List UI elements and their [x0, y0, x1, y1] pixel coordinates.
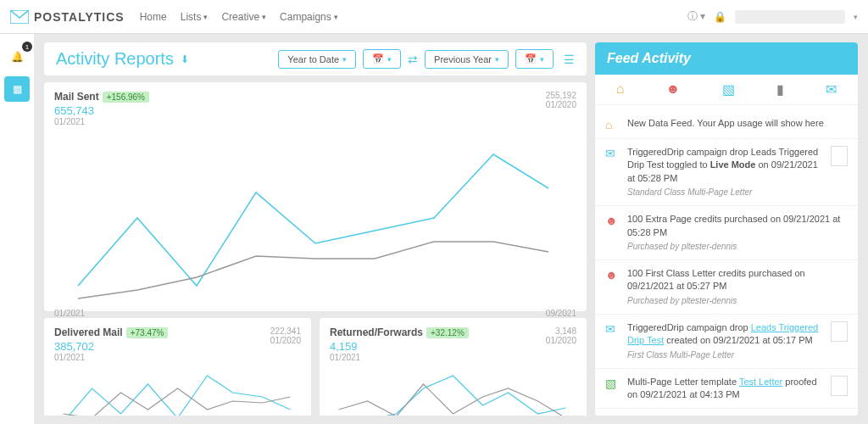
date-select-1[interactable]: 📅▾ — [363, 49, 401, 69]
card-date: 01/2021 — [54, 117, 149, 126]
badge: 1 — [22, 42, 32, 52]
feed-item: ✉TriggeredDrip campaign drop Leads Trigg… — [595, 139, 858, 206]
feed-item: ▧Multi-Page Letter template Test Letter … — [595, 369, 858, 410]
tab-user-icon[interactable]: ☻ — [666, 81, 681, 98]
download-icon[interactable]: ⬇ — [181, 53, 189, 65]
help-icon[interactable]: ⓘ ▾ — [687, 9, 705, 24]
user-menu[interactable] — [735, 10, 845, 24]
user-icon: ☻ — [605, 268, 619, 282]
user-icon[interactable]: 🔒 — [714, 11, 726, 23]
tab-image-icon[interactable]: ▧ — [722, 81, 735, 98]
caret-icon: ▾ — [854, 13, 858, 21]
feed-item: ☻100 First Class Letter credits purchase… — [595, 260, 858, 315]
line-chart — [330, 367, 576, 416]
line-chart — [54, 367, 301, 416]
tab-mail-icon[interactable]: ✉ — [826, 81, 837, 98]
percent-badge: +156.96% — [103, 92, 149, 103]
delivered-card: Delivered Mail+73.47% 385,702 01/2021 22… — [44, 318, 311, 416]
nav-home[interactable]: Home — [140, 11, 167, 23]
date-select-2[interactable]: 📅▾ — [515, 49, 554, 69]
report-header: Activity Reports ⬇ Year to Date▾ 📅▾ ⇄ Pr… — [44, 42, 587, 75]
mail-icon: ✉ — [605, 147, 619, 160]
card-value: 655,743 — [54, 104, 149, 117]
line-chart — [54, 133, 576, 303]
compare-value: 255,192 — [546, 91, 576, 100]
feed-text: 100 First Class Letter credits purchased… — [627, 267, 848, 307]
nav-campaigns[interactable]: Campaigns▾ — [280, 11, 338, 23]
thumbnail — [831, 321, 848, 342]
feed-item: ⌂New Data Feed. Your App usage will show… — [595, 110, 858, 139]
percent-badge: +32.12% — [426, 327, 469, 338]
feed-item: ▧Multi-Page Letter template Test Letter … — [595, 409, 858, 416]
home-icon: ⌂ — [605, 118, 619, 131]
mail-icon: ✉ — [605, 322, 619, 336]
feed-item: ✉TriggeredDrip campaign drop Leads Trigg… — [595, 315, 858, 369]
card-title: Delivered Mail — [54, 326, 123, 338]
caret-icon: ▾ — [203, 13, 208, 21]
feed-text: 100 Extra Page credits purchased on 09/2… — [627, 213, 848, 253]
returned-card: Returned/Forwards+32.12% 4,159 01/2021 3… — [320, 318, 587, 416]
feed-text: New Data Feed. Your App usage will show … — [627, 117, 848, 130]
mail-sent-card: Mail Sent+156.96% 655,743 01/2021 255,19… — [44, 82, 587, 311]
caret-icon: ▾ — [334, 13, 338, 21]
top-nav: POSTALYTICS Home Lists▾ Creative▾ Campai… — [0, 0, 868, 34]
range-select-1[interactable]: Year to Date▾ — [278, 50, 356, 69]
percent-badge: +73.47% — [126, 327, 169, 338]
page-title: Activity Reports — [56, 49, 174, 69]
card-date: 01/2021 — [54, 353, 168, 362]
feed-title: Feed Activity — [595, 42, 858, 75]
nav-right: ⓘ ▾ 🔒 ▾ — [687, 9, 858, 24]
nav-links: Home Lists▾ Creative▾ Campaigns▾ — [140, 11, 338, 23]
feed-text: Multi-Page Letter template Test Letter p… — [627, 376, 822, 402]
user-icon: ☻ — [605, 214, 619, 227]
x-label: 09/2021 — [546, 309, 576, 318]
range-select-2[interactable]: Previous Year▾ — [425, 50, 509, 69]
nav-lists[interactable]: Lists▾ — [181, 11, 209, 23]
thumbnail — [831, 146, 848, 166]
tab-home-icon[interactable]: ⌂ — [616, 81, 625, 98]
card-value: 385,702 — [54, 340, 168, 353]
feed-panel: Feed Activity ⌂ ☻ ▧ ▮ ✉ ⌂New Data Feed. … — [595, 42, 858, 416]
card-title: Returned/Forwards — [330, 326, 423, 338]
thumbnail — [831, 376, 848, 396]
feed-text: TriggeredDrip campaign drop Leads Trigge… — [627, 146, 822, 198]
logo[interactable]: POSTALYTICS — [10, 10, 125, 24]
compare-date: 01/2020 — [546, 100, 576, 109]
card-date: 01/2021 — [330, 353, 469, 362]
feed-list[interactable]: ⌂New Data Feed. Your App usage will show… — [595, 105, 858, 416]
settings-icon[interactable]: ☰ — [564, 53, 575, 66]
card-title: Mail Sent — [54, 91, 99, 103]
card-value: 4,159 — [330, 340, 469, 353]
feed-tabs: ⌂ ☻ ▧ ▮ ✉ — [595, 75, 858, 105]
caret-icon: ▾ — [262, 13, 266, 21]
x-label: 01/2021 — [54, 309, 85, 318]
img-icon: ▧ — [605, 377, 619, 390]
feed-text: TriggeredDrip campaign drop Leads Trigge… — [627, 321, 822, 361]
swap-icon[interactable]: ⇄ — [408, 53, 418, 66]
nav-creative[interactable]: Creative▾ — [221, 11, 266, 23]
calendar-icon[interactable]: ▦ — [4, 76, 30, 102]
tab-contact-icon[interactable]: ▮ — [776, 81, 784, 98]
left-sidebar: 🔔1 ▦ — [0, 34, 34, 424]
bell-icon[interactable]: 🔔1 — [4, 44, 30, 70]
feed-item: ☻100 Extra Page credits purchased on 09/… — [595, 206, 858, 260]
